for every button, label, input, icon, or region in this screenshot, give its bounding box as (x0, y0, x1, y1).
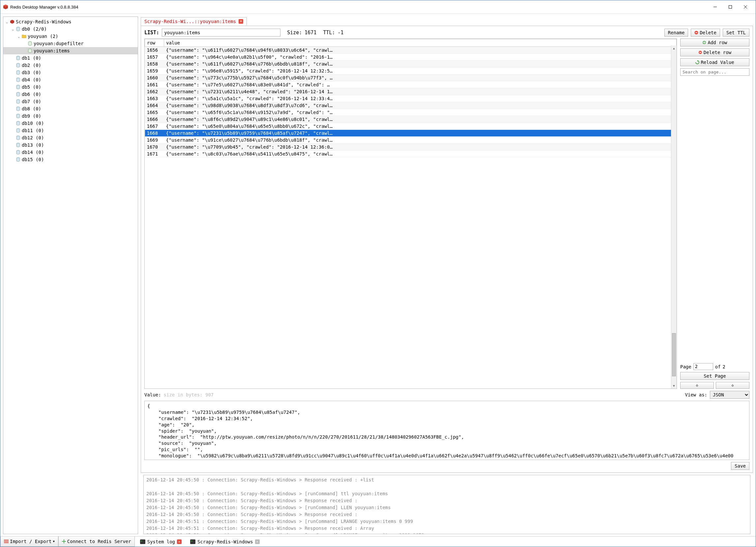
dropdown-icon: ▼ (53, 540, 54, 543)
tab-label: Scrapy-Redis-Wi...::youyuan:items (144, 19, 236, 24)
tree-connection[interactable]: ⌄Scrapy-Redis-Windows (3, 18, 138, 25)
tree-db0[interactable]: ⌄db0 (2/0) (3, 25, 138, 33)
save-button[interactable]: Save (731, 462, 749, 470)
tree-folder-youyuan[interactable]: ⌄youyuan (2) (3, 33, 138, 40)
tree-db15[interactable]: db15 (0) (3, 156, 138, 163)
view-as-select[interactable]: JSON (710, 391, 749, 399)
delete-row-button[interactable]: Delete row (680, 48, 749, 56)
tree-db7[interactable]: db7 (0) (3, 98, 138, 105)
table-row[interactable]: 1671{"username": "\u8c03\u76ae\u7684\u54… (145, 151, 677, 158)
tree-icon (15, 128, 21, 133)
plus-icon (62, 539, 66, 543)
terminal-icon (190, 539, 195, 544)
tab-key[interactable]: Scrapy-Redis-Wi...::youyuan:items ✕ (141, 17, 247, 25)
reload-icon (695, 60, 699, 64)
bottom-tab-connection[interactable]: Scrapy-Redis-Windows ✕ (188, 539, 262, 544)
tree-db6[interactable]: db6 (0) (3, 91, 138, 98)
reload-value-button[interactable]: Reload Value (680, 58, 749, 66)
value-editor[interactable]: { "username": "\u7231\u5b89\u9759\u7684\… (144, 401, 749, 460)
tree-db13[interactable]: db13 (0) (3, 141, 138, 149)
tree-db9[interactable]: db9 (0) (3, 112, 138, 120)
close-button[interactable] (738, 2, 753, 12)
svg-rect-3 (729, 6, 732, 9)
tree-key-items[interactable]: youyuan:items (3, 47, 138, 54)
tree-db12[interactable]: db12 (0) (3, 134, 138, 141)
svg-rect-26 (695, 32, 697, 33)
tree-db4[interactable]: db4 (0) (3, 76, 138, 83)
tree-icon (15, 113, 21, 119)
delete-icon (694, 31, 698, 35)
tree-db1[interactable]: db1 (0) (3, 54, 138, 62)
key-type-label: LIST: (144, 30, 159, 36)
close-icon[interactable]: ✕ (255, 539, 260, 544)
minus-icon (698, 50, 702, 54)
col-row[interactable]: row (145, 39, 164, 47)
scroll-down-icon[interactable]: ▼ (671, 383, 677, 389)
page-input[interactable] (693, 363, 713, 370)
add-row-button[interactable]: Add row (680, 39, 749, 46)
table-row[interactable]: 1663{"username": "\u5a1c\u5a1c", "crawle… (145, 95, 677, 102)
tree-icon (15, 63, 21, 68)
tree-key-dupefilter[interactable]: youyuan:dupefilter (3, 40, 138, 47)
tree-icon (15, 92, 21, 97)
table-row[interactable]: 1667{"username": "\u65e0\u804a\u7684\u65… (145, 123, 677, 130)
tree-icon (21, 34, 27, 39)
rename-button[interactable]: Rename (664, 29, 688, 37)
tree-db3[interactable]: db3 (0) (3, 69, 138, 76)
bottom-tab-system-log[interactable]: System log ✕ (138, 539, 184, 544)
next-page-button[interactable]: ◇ (716, 382, 749, 389)
page-label: Page (680, 364, 691, 369)
terminal-icon (140, 539, 145, 544)
set-page-button[interactable]: Set Page (680, 372, 749, 380)
tree-icon (15, 157, 21, 162)
table-row[interactable]: 1662{"username": "\u7231\u6211\u4e48", "… (145, 88, 677, 95)
log-panel: 2016-12-14 20:45:50 : Connection: Scrapy… (143, 475, 750, 534)
table-row[interactable]: 1664{"username": "\u98d8\u9038\u7684\u8d… (145, 102, 677, 109)
tree-icon (27, 41, 33, 46)
value-table: row value 1656{"username": "\u611f\u6027… (144, 39, 677, 389)
tree-icon (15, 106, 21, 111)
set-ttl-button[interactable]: Set TTL (723, 29, 749, 37)
tree-db10[interactable]: db10 (0) (3, 120, 138, 127)
titlebar: Redis Desktop Manager v.0.8.8.384 (0, 0, 756, 14)
tab-close-icon[interactable]: ✕ (239, 19, 243, 24)
table-scrollbar[interactable]: ▲ ▼ (671, 45, 677, 389)
delete-button[interactable]: Delete (691, 29, 720, 37)
tree-db11[interactable]: db11 (0) (3, 127, 138, 134)
search-input[interactable] (680, 68, 749, 76)
tree-db14[interactable]: db14 (0) (3, 149, 138, 156)
table-row[interactable]: 1665{"username": "\u65f6\u5c1a\u7684\u91… (145, 109, 677, 116)
close-icon[interactable]: ✕ (177, 539, 182, 544)
window-title: Redis Desktop Manager v.0.8.8.384 (10, 5, 708, 10)
tree-icon (27, 48, 33, 53)
table-row[interactable]: 1657{"username": "\u964c\u4e0a\u82b1\u5f… (145, 54, 677, 61)
table-row[interactable]: 1668{"username": "\u7231\u5b89\u9759\u76… (145, 130, 677, 137)
tree-icon (15, 135, 21, 140)
table-row[interactable]: 1656{"username": "\u611f\u6027\u7684\u94… (145, 47, 677, 54)
page-of-label: of (715, 364, 721, 369)
table-row[interactable]: 1659{"username": "\u96e8\u5915", "crawle… (145, 68, 677, 74)
key-name-input[interactable] (162, 29, 280, 37)
page-total: 2 (723, 364, 725, 369)
app-icon (3, 4, 8, 10)
import-export-button[interactable]: Import / Export ▼ (0, 536, 58, 547)
col-value[interactable]: value (164, 39, 677, 47)
table-row[interactable]: 1666{"username": "\u8f6c\u89d2\u9047\u89… (145, 116, 677, 123)
table-row[interactable]: 1670{"username": "\u7709\u9b45", "crawle… (145, 144, 677, 151)
table-row[interactable]: 1661{"username": "\u77e5\u6027\u7684\u83… (145, 81, 677, 88)
hamburger-icon (4, 539, 9, 543)
tree-db8[interactable]: db8 (0) (3, 105, 138, 112)
table-row[interactable]: 1660{"username": "\u773c\u775b\u5927\u76… (145, 74, 677, 81)
prev-page-button[interactable]: ◇ (680, 382, 714, 389)
table-row[interactable]: 1658{"username": "\u611f\u6027\u7684\u77… (145, 61, 677, 68)
tree-icon (15, 84, 21, 90)
tree-icon (9, 19, 15, 24)
tree-db5[interactable]: db5 (0) (3, 83, 138, 91)
maximize-button[interactable] (723, 2, 738, 12)
scroll-up-icon[interactable]: ▲ (671, 45, 677, 51)
tree-db2[interactable]: db2 (0) (3, 62, 138, 69)
minimize-button[interactable] (708, 2, 723, 12)
table-row[interactable]: 1669{"username": "\u91ce\u6027\u7684\u77… (145, 137, 677, 144)
view-as-label: View as: (685, 392, 707, 397)
connect-button[interactable]: Connect to Redis Server (58, 536, 135, 547)
